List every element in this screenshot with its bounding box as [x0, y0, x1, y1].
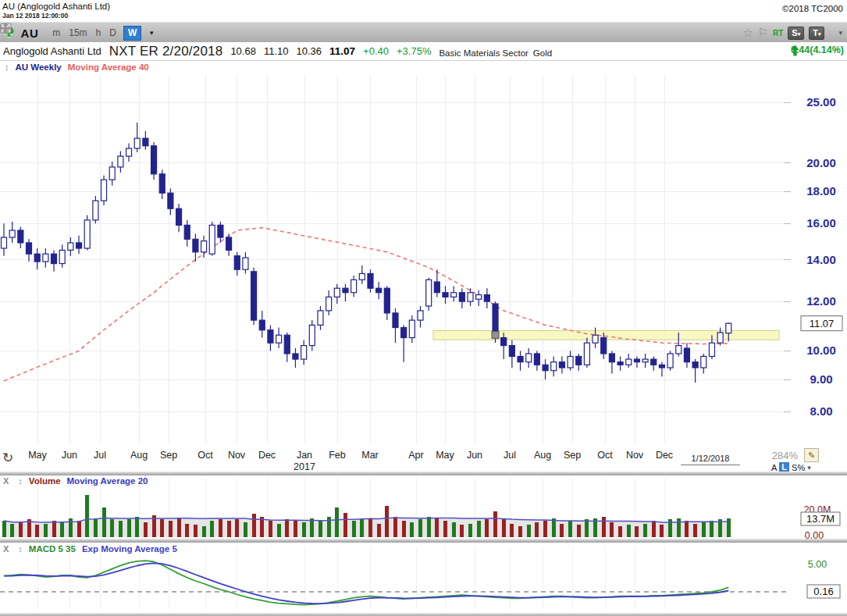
volume-bar	[319, 521, 322, 537]
tc2000-window: AU (Anglogold Ashanti Ltd) Jan 12 2018 1…	[0, 0, 847, 616]
pane-resize-icon[interactable]: ↕	[18, 544, 23, 554]
price-tick-label: 20.00	[806, 156, 836, 169]
legend-macd-ema[interactable]: Exp Moving Average 5	[82, 544, 177, 554]
legend-volume[interactable]: Volume	[29, 476, 61, 486]
candle-body	[418, 311, 423, 320]
candle-body	[534, 354, 539, 365]
volume-bar	[77, 521, 81, 537]
volume-bar	[60, 522, 64, 537]
volume-bar	[602, 517, 606, 537]
candle-body	[259, 320, 265, 330]
candle-body	[43, 254, 48, 262]
volume-bar	[618, 526, 622, 537]
scale-arithmetic-button[interactable]: A	[771, 463, 777, 472]
last-date-label[interactable]: 1/12/2018	[681, 454, 740, 465]
volume-bar	[169, 521, 173, 537]
candle-body	[526, 354, 532, 362]
candle-body	[509, 346, 514, 357]
x-tick-label: Jul	[493, 450, 527, 461]
volume-bar	[302, 522, 306, 537]
x-tick-label: Sep	[555, 450, 589, 461]
volume-bar	[52, 521, 56, 537]
volume-close-button[interactable]: X	[3, 476, 9, 486]
macd-top-label: 5.00	[808, 559, 827, 570]
volume-bar	[493, 511, 497, 537]
candle-body	[617, 362, 623, 365]
volume-bar	[660, 525, 664, 537]
band-handle[interactable]	[492, 331, 499, 338]
volume-bar	[2, 521, 6, 537]
price-tick-label: 10.00	[806, 344, 836, 357]
candle-body	[118, 156, 123, 167]
candle-body	[293, 354, 298, 359]
volume-bar	[110, 519, 114, 537]
price-tick-label: 16.00	[806, 216, 836, 230]
volume-bar	[352, 521, 356, 537]
candle-body	[18, 230, 23, 243]
candle-body	[501, 338, 507, 346]
pane-resize-icon[interactable]: ↕	[5, 62, 9, 72]
candle-body	[134, 138, 140, 148]
candle-body	[77, 243, 82, 248]
volume-bar	[452, 522, 456, 537]
volume-bar	[477, 521, 481, 537]
volume-bar	[535, 522, 539, 537]
candle-body	[218, 225, 223, 237]
candle-body	[9, 230, 15, 237]
price-tick-label: 12.00	[806, 294, 836, 308]
volume-bar	[485, 519, 489, 537]
candle-body	[626, 359, 632, 365]
candle-body	[276, 335, 282, 343]
macd-close-button[interactable]: X	[3, 544, 9, 554]
volume-bar	[127, 519, 131, 537]
candle-body	[376, 288, 382, 293]
candle-body	[368, 273, 373, 288]
candle-body	[334, 288, 340, 297]
volume-bar	[652, 521, 656, 537]
volume-bar	[543, 521, 547, 537]
volume-bar	[119, 521, 123, 537]
candle-body	[459, 293, 464, 301]
chart-canvas[interactable]: 25.0020.0018.0016.0014.0012.0010.009.008…	[0, 0, 847, 616]
pane-divider[interactable]	[0, 472, 847, 475]
zoom-percent[interactable]: 284%	[765, 450, 798, 461]
candle-body	[559, 362, 564, 368]
pane-resize-icon[interactable]: ↕	[18, 476, 23, 486]
candle-body	[351, 280, 357, 292]
candle-body	[2, 237, 7, 248]
candle-body	[126, 148, 132, 156]
volume-bar	[410, 522, 414, 537]
volume-bar	[94, 518, 98, 538]
candle-body	[609, 354, 614, 362]
volume-bar	[19, 522, 23, 537]
volume-bar	[135, 517, 139, 537]
scale-dropdown-icon[interactable]: ▾	[807, 464, 811, 472]
volume-bar	[85, 495, 89, 537]
x-tick-label: Jun	[457, 450, 492, 461]
candle-body	[251, 272, 257, 320]
volume-bar	[693, 524, 697, 538]
pane-divider[interactable]	[0, 539, 847, 543]
price-tick-label: 18.00	[806, 184, 836, 198]
legend-ma40[interactable]: Moving Average 40	[68, 62, 149, 72]
candle-body	[409, 320, 415, 337]
edit-scale-icon[interactable]: ✎	[804, 448, 819, 462]
volume-bar	[35, 525, 39, 537]
legend-symbol[interactable]: AU Weekly	[16, 62, 62, 72]
candle-body	[593, 335, 598, 343]
volume-bar	[418, 519, 422, 537]
volume-bar	[643, 524, 647, 538]
candle-body	[642, 359, 648, 362]
candle-body	[584, 343, 589, 365]
volume-bar	[335, 507, 339, 538]
scale-percent-button[interactable]: S%	[792, 463, 805, 472]
candle-body	[301, 346, 307, 359]
legend-volume-ma[interactable]: Moving Average 20	[67, 476, 148, 486]
volume-bar	[610, 522, 614, 537]
volume-bar	[277, 524, 281, 538]
volume-bar	[285, 519, 289, 537]
candle-body	[426, 280, 432, 306]
legend-macd[interactable]: MACD 5 35	[29, 544, 76, 554]
candle-body	[184, 225, 190, 239]
candle-body	[568, 356, 573, 367]
